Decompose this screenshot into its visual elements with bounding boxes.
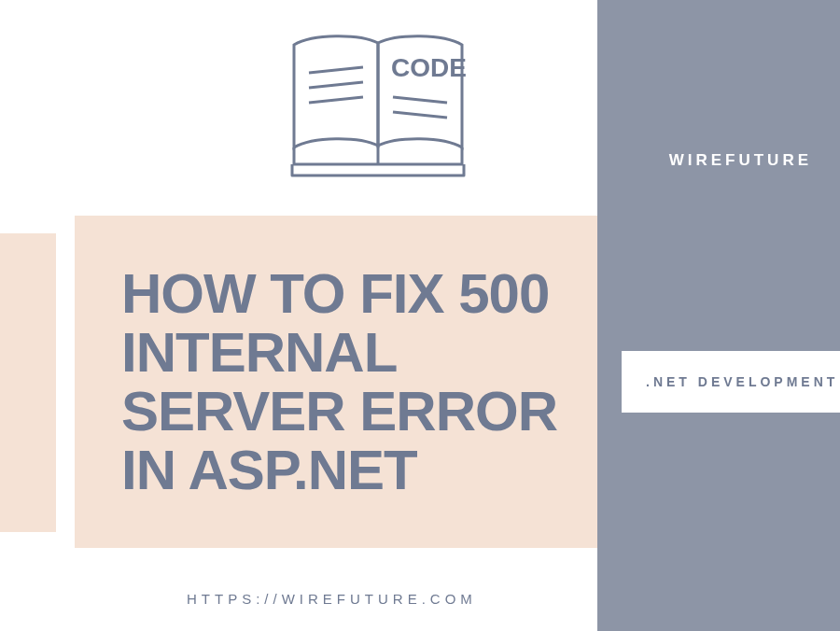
svg-line-0: [309, 67, 363, 73]
title-block: HOW TO FIX 500 INTERNAL SERVER ERROR IN …: [75, 216, 597, 548]
url-footer: HTTPS://WIREFUTURE.COM: [187, 591, 477, 607]
code-book-icon: CODE: [261, 17, 495, 203]
svg-line-3: [393, 97, 447, 103]
right-gray-column: [597, 0, 840, 631]
category-tag: .NET DEVELOPMENT: [622, 351, 840, 413]
svg-line-2: [309, 97, 363, 103]
brand-label: WIREFUTURE: [669, 151, 812, 170]
book-code-text: CODE: [391, 53, 467, 82]
svg-line-4: [393, 112, 447, 118]
pink-left-accent: [0, 233, 56, 532]
svg-line-1: [309, 82, 363, 88]
category-tag-text: .NET DEVELOPMENT: [646, 372, 838, 392]
page-title: HOW TO FIX 500 INTERNAL SERVER ERROR IN …: [121, 264, 571, 499]
